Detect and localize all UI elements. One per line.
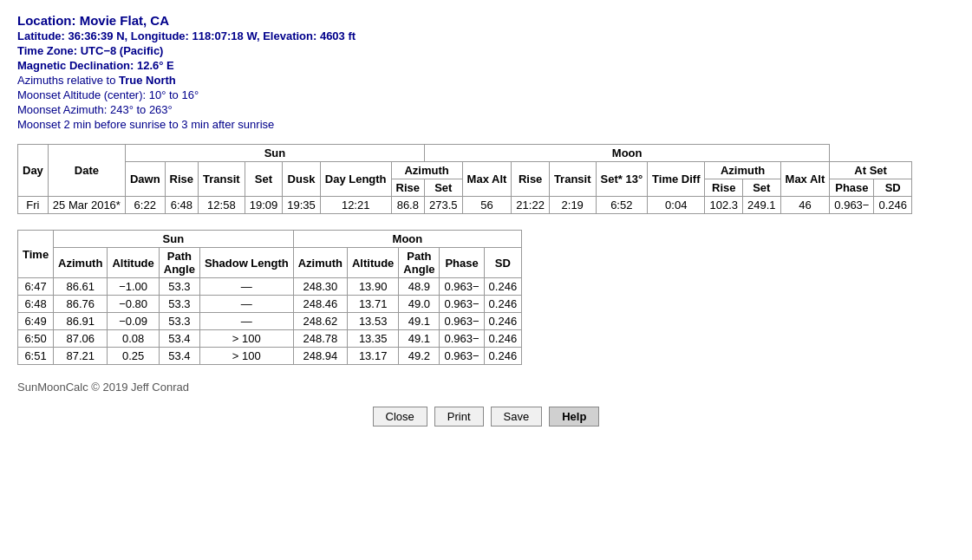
- col-dawn: Dawn: [125, 162, 165, 197]
- col-phase: Phase: [830, 179, 874, 197]
- print-button[interactable]: Print: [434, 407, 484, 427]
- row-moon-az-rise: 102.3: [705, 197, 743, 214]
- col-moon-azimuth-header: Azimuth: [705, 162, 780, 179]
- col-moon-az-rise: Rise: [705, 179, 743, 197]
- detail-row: 6:4786.61−1.0053.3—248.3013.9048.90.963−…: [18, 278, 522, 296]
- row-az-rise: 86.8: [391, 197, 424, 214]
- col-az-set: Set: [425, 179, 463, 197]
- detail-row: 6:4986.91−0.0953.3—248.6213.5349.10.963−…: [18, 313, 522, 330]
- col-moon-max-alt: Max Alt: [780, 162, 830, 197]
- footer-copyright: SunMoonCalc © 2019 Jeff Conrad: [17, 381, 955, 394]
- magnetic: Magnetic Declination: 12.6° E: [17, 59, 955, 72]
- detail-col-sun-alt: Altitude: [108, 248, 159, 278]
- col-at-set-header: At Set: [830, 162, 912, 179]
- close-button[interactable]: Close: [373, 407, 427, 427]
- detail-col-time: Time: [18, 231, 54, 278]
- detail-col-sun-az: Azimuth: [54, 248, 108, 278]
- col-transit: Transit: [199, 162, 245, 197]
- row-phase: 0.963−: [830, 197, 874, 214]
- main-data-row: Fri 25 Mar 2016* 6:22 6:48 12:58 19:09 1…: [18, 197, 912, 214]
- location-info: Location: Movie Flat, CA Latitude: 36:36…: [17, 13, 955, 131]
- moon-section-header: Moon: [425, 145, 830, 162]
- azimuths-line: Azimuths relative to True North: [17, 74, 955, 87]
- col-dusk: Dusk: [283, 162, 321, 197]
- row-set13: 6:52: [596, 197, 648, 214]
- row-day: Fri: [18, 197, 49, 214]
- col-azimuth-header: Azimuth: [391, 162, 462, 179]
- detail-col-phase: Phase: [440, 248, 484, 278]
- col-rise: Rise: [165, 162, 198, 197]
- col-max-alt: Max Alt: [462, 162, 512, 197]
- detail-col-moon-az: Azimuth: [293, 248, 347, 278]
- timezone: Time Zone: UTC−8 (Pacific): [17, 44, 955, 57]
- row-time-diff: 0:04: [648, 197, 705, 214]
- col-az-rise: Rise: [391, 179, 424, 197]
- detail-col-sd: SD: [484, 248, 522, 278]
- save-button[interactable]: Save: [491, 407, 543, 427]
- row-az-set: 273.5: [425, 197, 463, 214]
- row-rise: 6:48: [165, 197, 198, 214]
- detail-moon-header: Moon: [293, 231, 521, 248]
- row-max-alt: 56: [462, 197, 512, 214]
- row-moon-max-alt: 46: [780, 197, 830, 214]
- detail-col-moon-alt: Altitude: [347, 248, 398, 278]
- location-title: Location: Movie Flat, CA: [17, 13, 955, 28]
- detail-col-path-angle: PathAngle: [159, 248, 199, 278]
- detail-sun-header: Sun: [54, 231, 294, 248]
- row-dusk: 19:35: [283, 197, 321, 214]
- help-button[interactable]: Help: [549, 407, 599, 427]
- col-day-length: Day Length: [320, 162, 391, 197]
- col-moon-rise: Rise: [512, 162, 550, 197]
- sun-section-header: Sun: [125, 145, 424, 162]
- col-moon-transit: Transit: [549, 162, 596, 197]
- row-day-length: 12:21: [320, 197, 391, 214]
- detail-col-moon-path: PathAngle: [399, 248, 440, 278]
- main-summary-table: Day Date Sun Moon Dawn Rise Transit Set …: [17, 144, 912, 214]
- col-set13: Set* 13°: [596, 162, 648, 197]
- row-moon-rise: 21:22: [512, 197, 550, 214]
- moonset-time: Moonset 2 min before sunrise to 3 min af…: [17, 118, 955, 131]
- col-date: Date: [48, 145, 125, 197]
- col-sd: SD: [874, 179, 912, 197]
- detail-row: 6:5087.060.0853.4> 100248.7813.3549.10.9…: [18, 330, 522, 348]
- row-transit: 12:58: [199, 197, 245, 214]
- moonset-alt: Moonset Altitude (center): 10° to 16°: [17, 88, 955, 101]
- detail-table: Time Sun Moon Azimuth Altitude PathAngle…: [17, 230, 522, 365]
- moonset-az: Moonset Azimuth: 243° to 263°: [17, 103, 955, 116]
- row-moon-transit: 2:19: [549, 197, 596, 214]
- button-bar: Close Print Save Help: [17, 407, 955, 427]
- col-day: Day: [18, 145, 49, 197]
- col-moon-az-set: Set: [743, 179, 781, 197]
- lat-lon: Latitude: 36:36:39 N, Longitude: 118:07:…: [17, 29, 955, 42]
- row-date: 25 Mar 2016*: [48, 197, 125, 214]
- row-dawn: 6:22: [125, 197, 165, 214]
- row-sd: 0.246: [874, 197, 912, 214]
- row-moon-az-set: 249.1: [743, 197, 781, 214]
- row-set: 19:09: [245, 197, 283, 214]
- detail-row: 6:4886.76−0.8053.3—248.4613.7149.00.963−…: [18, 296, 522, 313]
- detail-row: 6:5187.210.2553.4> 100248.9413.1749.20.9…: [18, 348, 522, 365]
- detail-col-shadow: Shadow Length: [199, 248, 293, 278]
- col-set: Set: [245, 162, 283, 197]
- col-time-diff: Time Diff: [648, 162, 705, 197]
